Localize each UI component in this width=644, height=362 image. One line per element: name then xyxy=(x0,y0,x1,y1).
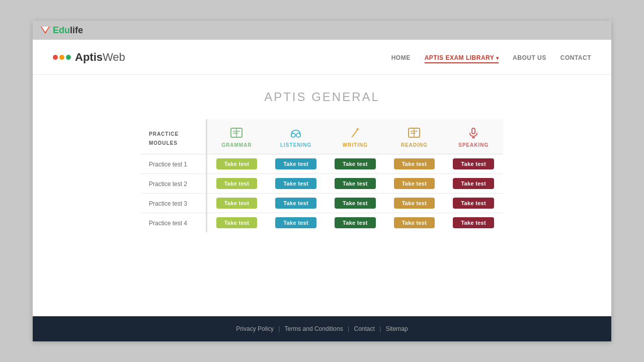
take-test-btn-row1-col4[interactable]: Take test xyxy=(394,158,435,169)
column-header-grammar: GRAMMAR xyxy=(206,119,266,154)
practice-label-2: Practice test 2 xyxy=(141,174,206,194)
edulife-logo-text: Edulife xyxy=(53,25,83,36)
take-test-btn-row2-col1[interactable]: Take test xyxy=(216,178,258,189)
speaking-icon xyxy=(467,127,480,140)
cell-row4-col2: Take test xyxy=(266,213,326,233)
cell-row1-col1: Take test xyxy=(206,154,266,174)
modules-table: PRACTICE MODULES xyxy=(141,119,503,232)
footer-link-privacy[interactable]: Privacy Policy xyxy=(236,325,274,332)
take-test-btn-row3-col5[interactable]: Take test xyxy=(453,198,494,209)
edulife-chevron-icon xyxy=(40,25,51,36)
table-row: Practice test 4Take testTake testTake te… xyxy=(141,213,503,233)
nav-links: HOME APTIS EXAM LIBRARY ABOUT US CONTACT xyxy=(391,53,591,62)
grammar-icon xyxy=(230,127,243,140)
reading-icon xyxy=(408,127,421,140)
cell-row4-col3: Take test xyxy=(326,213,385,233)
cell-row1-col4: Take test xyxy=(385,154,444,174)
grammar-label: GRAMMAR xyxy=(221,142,252,148)
reading-label: READING xyxy=(401,142,428,148)
footer-link-terms[interactable]: Terms and Conditions xyxy=(285,325,343,332)
footer-sep-2: | xyxy=(348,325,349,332)
cell-row2-col1: Take test xyxy=(206,174,266,194)
svg-line-11 xyxy=(352,136,353,137)
take-test-btn-row1-col2[interactable]: Take test xyxy=(275,158,316,169)
top-bar: Edulife xyxy=(33,21,611,40)
svg-rect-17 xyxy=(472,128,475,134)
take-test-btn-row1-col1[interactable]: Take test xyxy=(216,158,258,169)
listening-icon xyxy=(289,127,302,140)
take-test-btn-row4-col4[interactable]: Take test xyxy=(394,217,435,228)
site-footer: Privacy Policy | Terms and Conditions | … xyxy=(33,316,611,341)
writing-label: WRITING xyxy=(343,142,368,148)
module-header-reading: READING xyxy=(391,127,438,148)
footer-links: Privacy Policy | Terms and Conditions | … xyxy=(236,325,408,332)
practice-label-1: Practice test 1 xyxy=(141,154,206,174)
cell-row3-col5: Take test xyxy=(444,194,503,213)
take-test-btn-row2-col5[interactable]: Take test xyxy=(453,178,494,189)
take-test-btn-row1-col3[interactable]: Take test xyxy=(335,158,376,169)
page-title: APTIS GENERAL xyxy=(63,90,581,104)
take-test-btn-row4-col3[interactable]: Take test xyxy=(335,217,376,228)
cell-row1-col5: Take test xyxy=(444,154,503,174)
nav-link-aptis-exam-library[interactable]: APTIS EXAM LIBRARY xyxy=(425,54,499,63)
edulife-logo: Edulife xyxy=(40,25,83,36)
module-header-writing: WRITING xyxy=(332,127,379,148)
cell-row2-col2: Take test xyxy=(266,174,326,194)
cell-row2-col3: Take test xyxy=(326,174,385,194)
cell-row1-col3: Take test xyxy=(326,154,385,174)
take-test-btn-row1-col5[interactable]: Take test xyxy=(453,158,494,169)
take-test-btn-row3-col4[interactable]: Take test xyxy=(394,198,435,209)
cell-row3-col4: Take test xyxy=(385,194,444,213)
browser-frame: Edulife AptisWeb HOME xyxy=(33,21,611,341)
take-test-btn-row3-col3[interactable]: Take test xyxy=(335,198,376,209)
site-nav: AptisWeb HOME APTIS EXAM LIBRARY ABOUT U… xyxy=(33,40,611,75)
nav-link-home[interactable]: HOME xyxy=(391,54,411,61)
module-header-speaking: SPEAKING xyxy=(450,127,497,148)
cell-row2-col4: Take test xyxy=(385,174,444,194)
take-test-btn-row3-col2[interactable]: Take test xyxy=(275,198,316,209)
nav-link-about-us[interactable]: ABOUT US xyxy=(513,54,546,61)
cell-row1-col2: Take test xyxy=(266,154,326,174)
svg-line-10 xyxy=(353,129,358,136)
speaking-label: SPEAKING xyxy=(458,142,489,148)
table-row: Practice test 2Take testTake testTake te… xyxy=(141,174,503,194)
practice-modules-header: PRACTICE MODULES xyxy=(141,119,206,154)
module-header-listening: LISTENING xyxy=(272,127,319,148)
logo-dot-yellow xyxy=(59,55,64,60)
practice-label-3: Practice test 3 xyxy=(141,194,206,213)
nav-item-about-us[interactable]: ABOUT US xyxy=(513,53,546,62)
cell-row4-col1: Take test xyxy=(206,213,266,233)
column-header-reading: READING xyxy=(385,119,444,154)
practice-label-4: Practice test 4 xyxy=(141,213,206,233)
footer-link-sitemap[interactable]: Sitemap xyxy=(386,325,408,332)
take-test-btn-row3-col1[interactable]: Take test xyxy=(216,198,258,209)
column-header-listening: LISTENING xyxy=(266,119,326,154)
page-content: APTIS GENERAL PRACTICE MODULES xyxy=(33,75,611,316)
cell-row3-col3: Take test xyxy=(326,194,385,213)
logo-dot-green xyxy=(66,55,71,60)
listening-label: LISTENING xyxy=(280,142,311,148)
take-test-btn-row4-col1[interactable]: Take test xyxy=(216,217,258,228)
table-row: Practice test 3Take testTake testTake te… xyxy=(141,194,503,213)
take-test-btn-row2-col4[interactable]: Take test xyxy=(394,178,435,189)
take-test-btn-row2-col2[interactable]: Take test xyxy=(275,178,316,189)
nav-link-contact[interactable]: CONTACT xyxy=(560,54,591,61)
footer-link-contact[interactable]: Contact xyxy=(354,325,374,332)
table-body: Practice test 1Take testTake testTake te… xyxy=(141,154,503,233)
site-wrapper: AptisWeb HOME APTIS EXAM LIBRARY ABOUT U… xyxy=(33,40,611,341)
writing-icon xyxy=(349,127,362,140)
footer-sep-1: | xyxy=(278,325,280,332)
take-test-btn-row4-col5[interactable]: Take test xyxy=(453,217,494,228)
nav-item-aptis-exam-library[interactable]: APTIS EXAM LIBRARY xyxy=(425,53,499,62)
take-test-btn-row2-col3[interactable]: Take test xyxy=(335,178,376,189)
column-header-writing: WRITING xyxy=(326,119,385,154)
practice-modules-label: PRACTICE MODULES xyxy=(149,131,179,146)
module-header-grammar: GRAMMAR xyxy=(213,127,261,148)
take-test-btn-row4-col2[interactable]: Take test xyxy=(275,217,316,228)
site-logo: AptisWeb xyxy=(53,51,125,64)
cell-row3-col2: Take test xyxy=(266,194,326,213)
cell-row2-col5: Take test xyxy=(444,174,503,194)
nav-item-home[interactable]: HOME xyxy=(391,53,411,62)
table-row: Practice test 1Take testTake testTake te… xyxy=(141,154,503,174)
nav-item-contact[interactable]: CONTACT xyxy=(560,53,591,62)
